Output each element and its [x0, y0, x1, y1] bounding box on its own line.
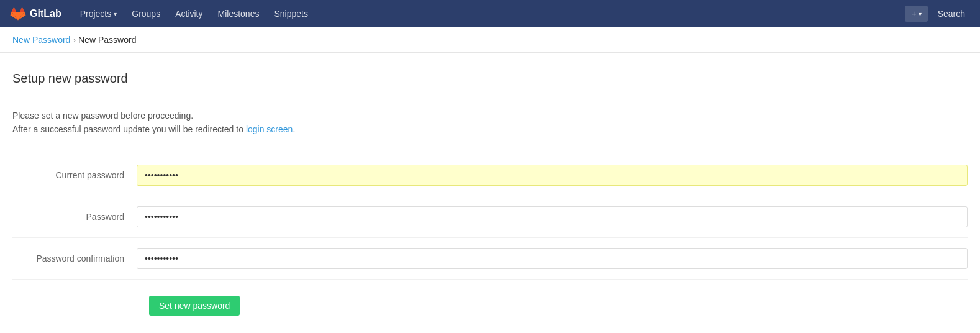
info-line2-prefix: After a successful password update you w…	[12, 124, 246, 134]
password-group: Password	[12, 206, 968, 238]
nav-projects-label: Projects	[80, 9, 112, 19]
password-confirmation-input[interactable]	[137, 248, 968, 269]
nav-menu: Projects ▾ Groups Activity Milestones Sn…	[74, 5, 905, 22]
info-section: Please set a new password before proceed…	[12, 109, 968, 137]
info-line1: Please set a new password before proceed…	[12, 109, 968, 122]
chevron-down-icon: ▾	[114, 11, 117, 17]
nav-milestones-label: Milestones	[218, 9, 260, 19]
nav-item-activity[interactable]: Activity	[169, 5, 209, 22]
nav-activity-label: Activity	[175, 9, 202, 19]
nav-groups-label: Groups	[132, 9, 160, 19]
brand-name: GitLab	[30, 8, 61, 19]
breadcrumb-current: New Password	[78, 35, 136, 45]
info-line2: After a successful password update you w…	[12, 122, 968, 136]
current-password-input[interactable]	[137, 165, 968, 186]
navbar: GitLab Projects ▾ Groups Activity Milest…	[0, 0, 980, 27]
password-input[interactable]	[137, 206, 968, 227]
breadcrumb-separator: ›	[73, 35, 76, 45]
password-form: Current password Password Password confi…	[12, 152, 968, 316]
search-button[interactable]: Search	[933, 6, 970, 22]
nav-item-milestones[interactable]: Milestones	[212, 5, 266, 22]
info-line2-suffix: .	[293, 124, 295, 134]
page-title: Setup new password	[12, 71, 968, 96]
main-content: Setup new password Please set a new pass…	[0, 53, 980, 333]
current-password-label: Current password	[12, 170, 137, 180]
brand-logo[interactable]: GitLab	[10, 6, 61, 22]
breadcrumb: New Password › New Password	[0, 27, 980, 53]
nav-right-actions: + ▾ Search	[905, 6, 970, 22]
nav-snippets-label: Snippets	[274, 9, 307, 19]
form-actions: Set new password	[12, 290, 968, 316]
breadcrumb-parent[interactable]: New Password	[12, 35, 70, 45]
password-confirmation-label: Password confirmation	[12, 253, 137, 263]
password-label: Password	[12, 212, 137, 222]
password-confirmation-group: Password confirmation	[12, 248, 968, 280]
nav-item-groups[interactable]: Groups	[125, 5, 166, 22]
chevron-down-icon-plus: ▾	[919, 11, 922, 17]
current-password-group: Current password	[12, 165, 968, 196]
nav-item-projects[interactable]: Projects ▾	[74, 5, 124, 22]
set-new-password-button[interactable]: Set new password	[149, 296, 240, 316]
new-item-button[interactable]: + ▾	[905, 6, 927, 22]
plus-icon: +	[911, 9, 916, 19]
gitlab-logo-icon	[10, 6, 26, 22]
login-screen-link[interactable]: login screen	[246, 124, 293, 134]
nav-item-snippets[interactable]: Snippets	[268, 5, 314, 22]
